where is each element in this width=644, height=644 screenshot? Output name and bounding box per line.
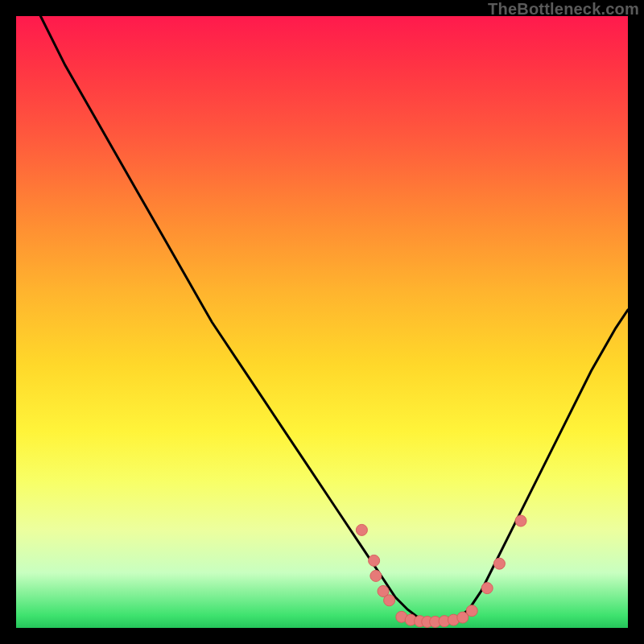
data-marker xyxy=(369,555,380,566)
data-marker xyxy=(481,583,493,594)
data-marker xyxy=(370,570,382,581)
bottleneck-curve xyxy=(16,16,628,621)
data-marker xyxy=(493,558,505,569)
chart-svg xyxy=(16,16,628,628)
data-marker xyxy=(466,605,477,617)
chart-container: TheBottleneck.com xyxy=(0,0,644,644)
data-marker xyxy=(515,515,526,526)
data-marker xyxy=(384,595,395,606)
data-marker xyxy=(356,524,367,535)
data-markers xyxy=(356,515,526,627)
